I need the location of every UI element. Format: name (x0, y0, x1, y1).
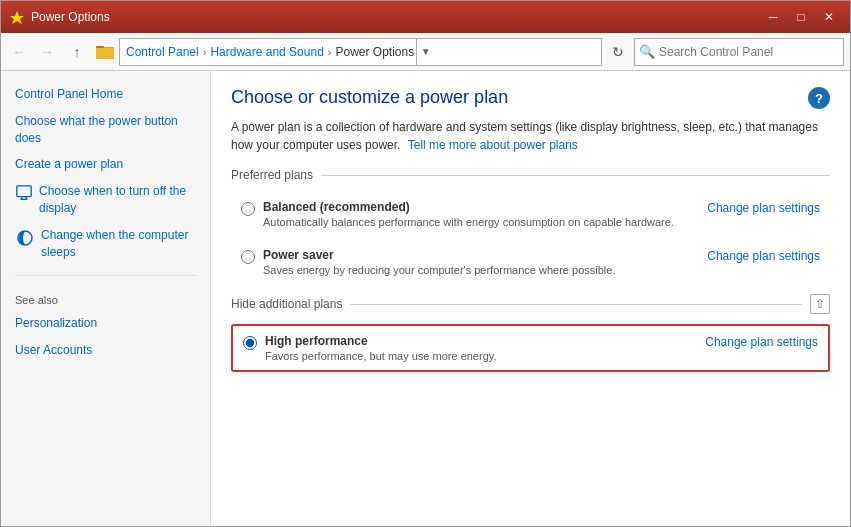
monitor-icon (15, 184, 33, 202)
power-saver-plan-info: Power saver Saves energy by reducing you… (263, 248, 697, 276)
power-saver-radio-col (241, 248, 255, 264)
sidebar-item-control-panel-home[interactable]: Control Panel Home (1, 81, 210, 108)
power-saver-radio[interactable] (241, 250, 255, 264)
minimize-button[interactable]: ─ (760, 7, 786, 27)
high-performance-plan-item: High performance Favors performance, but… (231, 324, 830, 372)
folder-icon (95, 42, 115, 62)
sidebar: Control Panel Home Choose what the power… (1, 71, 211, 526)
right-panel: Choose or customize a power plan ? A pow… (211, 71, 850, 526)
up-button[interactable]: ↑ (63, 40, 91, 64)
balanced-radio[interactable] (241, 202, 255, 216)
balanced-plan-name: Balanced (recommended) (263, 200, 697, 214)
see-also-title: See also (1, 286, 210, 310)
close-button[interactable]: ✕ (816, 7, 842, 27)
moon-icon (15, 228, 35, 248)
preferred-plans-label: Preferred plans (231, 168, 313, 182)
sidebar-item-user-accounts[interactable]: User Accounts (1, 337, 210, 364)
sidebar-item-display[interactable]: Choose when to turn off the display (1, 178, 210, 222)
sidebar-item-display-label: Choose when to turn off the display (39, 183, 196, 217)
page-title: Choose or customize a power plan (231, 87, 508, 108)
title-bar: Power Options ─ □ ✕ (1, 1, 850, 33)
description-link[interactable]: Tell me more about power plans (408, 138, 578, 152)
help-button[interactable]: ? (808, 87, 830, 109)
main-window: Power Options ─ □ ✕ ← → ↑ Control Panel … (0, 0, 851, 527)
maximize-button[interactable]: □ (788, 7, 814, 27)
back-button[interactable]: ← (7, 40, 31, 64)
high-perf-plan-info: High performance Favors performance, but… (265, 334, 695, 362)
balanced-change-link[interactable]: Change plan settings (707, 200, 820, 215)
collapse-button[interactable]: ⇧ (810, 294, 830, 314)
high-perf-change-link[interactable]: Change plan settings (705, 334, 818, 349)
high-perf-radio-col (243, 334, 257, 350)
page-description: A power plan is a collection of hardware… (231, 118, 830, 154)
sidebar-divider (15, 275, 196, 276)
power-saver-plan-item: Power saver Saves energy by reducing you… (231, 240, 830, 284)
breadcrumb-control-panel[interactable]: Control Panel (126, 45, 199, 59)
breadcrumb-sep-1: › (203, 46, 207, 58)
high-performance-radio[interactable] (243, 336, 257, 350)
balanced-plan-item: Balanced (recommended) Automatically bal… (231, 192, 830, 236)
breadcrumb-sep-2: › (328, 46, 332, 58)
breadcrumb-dropdown[interactable]: ▼ (416, 38, 434, 66)
svg-marker-0 (10, 11, 24, 24)
search-icon: 🔍 (639, 44, 655, 59)
power-saver-change-link[interactable]: Change plan settings (707, 248, 820, 263)
sidebar-item-personalization[interactable]: Personalization (1, 310, 210, 337)
forward-button[interactable]: → (35, 40, 59, 64)
hide-additional-divider (350, 304, 802, 305)
svg-rect-4 (17, 186, 31, 197)
search-box: 🔍 (634, 38, 844, 66)
balanced-radio-col (241, 200, 255, 216)
main-content: Control Panel Home Choose what the power… (1, 71, 850, 526)
balanced-plan-desc: Automatically balances performance with … (263, 216, 697, 228)
balanced-plan-info: Balanced (recommended) Automatically bal… (263, 200, 697, 228)
address-bar: ← → ↑ Control Panel › Hardware and Sound… (1, 33, 850, 71)
power-saver-plan-desc: Saves energy by reducing your computer's… (263, 264, 697, 276)
hide-additional-label: Hide additional plans (231, 297, 342, 311)
hide-additional-header: Hide additional plans ⇧ (231, 294, 830, 314)
preferred-plans-header: Preferred plans (231, 168, 830, 182)
breadcrumb-power-options: Power Options (335, 45, 414, 59)
power-saver-plan-name: Power saver (263, 248, 697, 262)
window-controls: ─ □ ✕ (760, 7, 842, 27)
high-perf-plan-desc: Favors performance, but may use more ene… (265, 350, 695, 362)
sidebar-item-sleep[interactable]: Change when the computer sleeps (1, 222, 210, 266)
high-perf-plan-name: High performance (265, 334, 695, 348)
search-input[interactable] (659, 45, 839, 59)
sidebar-item-power-button[interactable]: Choose what the power button does (1, 108, 210, 152)
sidebar-item-sleep-label: Change when the computer sleeps (41, 227, 196, 261)
preferred-plans-divider (321, 175, 830, 176)
breadcrumb-hardware-sound[interactable]: Hardware and Sound (210, 45, 323, 59)
svg-rect-3 (96, 48, 114, 59)
window-icon (9, 9, 25, 25)
refresh-button[interactable]: ↻ (606, 40, 630, 64)
sidebar-item-create-plan[interactable]: Create a power plan (1, 151, 210, 178)
breadcrumb: Control Panel › Hardware and Sound › Pow… (119, 38, 602, 66)
window-title: Power Options (31, 10, 754, 24)
